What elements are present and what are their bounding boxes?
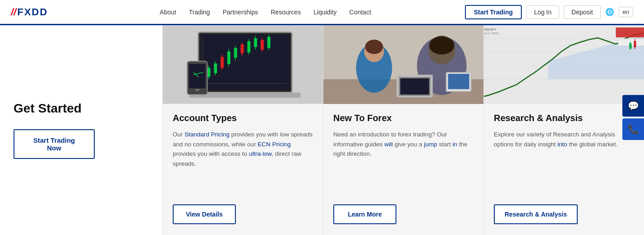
left-panel: Get Started Start Trading Now [0,25,162,235]
research-analysis-title: Research & Analysis [494,113,634,123]
start-trading-now-button[interactable]: Start Trading Now [14,129,95,159]
account-types-card: Account Types Our Standard Pricing provi… [162,25,323,235]
svg-rect-11 [221,57,224,68]
header-actions: Start Trading Log In Deposit 🌐 en [465,5,633,19]
research-analysis-footer: Research & Analysis [484,204,644,235]
nav-about[interactable]: About [160,9,176,16]
cards-container: Account Types Our Standard Pricing provi… [162,25,644,235]
svg-rect-8 [214,63,217,73]
account-types-footer: View Details [163,204,323,235]
nav-partnerships[interactable]: Partnerships [223,9,258,16]
logo-slashes: // [11,6,16,18]
view-details-button[interactable]: View Details [173,204,236,224]
logo-text: FXDD [17,6,48,18]
phone-icon: 📞 [628,124,639,135]
research-analysis-description: Explore our variety of Research and Anal… [494,130,634,195]
new-to-forex-footer: Learn More [323,204,483,235]
svg-point-48 [365,40,383,54]
login-button[interactable]: Log In [526,5,559,19]
logo[interactable]: // FXDD [11,6,48,18]
svg-rect-17 [234,48,237,58]
new-to-forex-image [323,25,483,104]
svg-point-45 [429,36,455,54]
phone-widget-button[interactable]: 📞 [622,118,644,140]
language-selector[interactable]: en [619,7,633,17]
learn-more-button[interactable]: Learn More [333,204,396,224]
new-to-forex-description: Need an introduction to forex trading? O… [333,130,474,195]
nav-contact[interactable]: Contact [350,9,371,16]
svg-rect-61 [616,27,644,37]
account-types-title: Account Types [173,113,313,123]
svg-rect-66 [634,41,636,47]
deposit-button[interactable]: Deposit [564,5,600,19]
svg-rect-20 [241,45,244,54]
globe-icon[interactable]: 🌐 [605,8,614,16]
svg-rect-63 [630,43,632,49]
research-analysis-button[interactable]: Research & Analysis [494,204,578,224]
svg-rect-51 [400,78,429,95]
svg-rect-14 [227,51,230,64]
svg-rect-29 [261,40,264,50]
svg-rect-53 [448,74,469,89]
chat-widget-button[interactable]: 💬 [622,95,644,117]
svg-rect-2 [201,35,289,90]
account-types-body: Account Types Our Standard Pricing provi… [163,104,323,204]
floating-widgets: 💬 📞 [622,95,644,140]
nav-liquidity[interactable]: Liquidity [313,9,336,16]
research-analysis-image: USD/JPY Feb 2, FXDD [484,25,644,104]
nav-trading[interactable]: Trading [189,9,210,16]
svg-text:Feb 2, FXDD: Feb 2, FXDD [484,32,499,35]
new-to-forex-title: New To Forex [333,113,474,123]
account-types-description: Our Standard Pricing provides you with l… [173,130,313,195]
svg-rect-32 [267,37,271,48]
svg-rect-5 [207,68,211,77]
nav-resources[interactable]: Resources [271,9,301,16]
main-nav: About Trading Partnerships Resources Liq… [66,9,465,16]
get-started-title: Get Started [14,101,149,116]
svg-rect-26 [254,38,257,47]
account-types-image [163,25,323,104]
chat-icon: 💬 [628,100,639,111]
new-to-forex-body: New To Forex Need an introduction to for… [323,104,483,204]
header: // FXDD About Trading Partnerships Resou… [0,0,644,25]
svg-rect-23 [247,41,250,53]
new-to-forex-card: New To Forex Need an introduction to for… [323,25,483,235]
research-analysis-body: Research & Analysis Explore our variety … [484,104,644,204]
start-trading-button[interactable]: Start Trading [465,5,522,19]
svg-rect-40 [196,89,199,90]
main-content: Get Started Start Trading Now [0,25,644,235]
research-analysis-card: USD/JPY Feb 2, FXDD Research & Analysis … [483,25,644,235]
svg-text:USD/JPY: USD/JPY [484,28,496,31]
